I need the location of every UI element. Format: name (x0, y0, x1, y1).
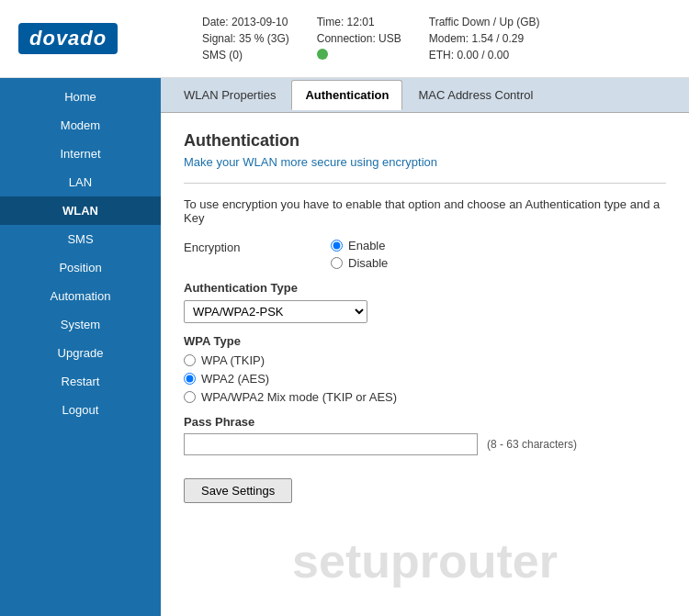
wpa-mix-text: WPA/WPA2 Mix mode (TKIP or AES) (201, 390, 397, 404)
pass-phrase-row: (8 - 63 characters) (184, 433, 666, 455)
wpa2-aes-radio[interactable] (184, 373, 196, 385)
logo: dovado (18, 23, 118, 54)
traffic-label: Traffic Down / Up (GB) (429, 16, 540, 28)
encryption-controls: Enable Disable (331, 239, 388, 270)
sidebar-item-system[interactable]: System (0, 310, 161, 339)
disable-label: Disable (348, 256, 388, 270)
sidebar-item-home[interactable]: Home (0, 83, 161, 111)
sidebar-item-lan[interactable]: LAN (0, 168, 161, 196)
wpa2-aes-text: WPA2 (AES) (201, 372, 269, 386)
wpa2-aes-label[interactable]: WPA2 (AES) (184, 372, 666, 386)
encryption-label: Encryption (184, 239, 331, 254)
pass-phrase-input[interactable] (184, 433, 478, 455)
sidebar-item-restart[interactable]: Restart (0, 367, 161, 396)
disable-radio[interactable] (331, 257, 343, 269)
sidebar-item-position[interactable]: Position (0, 253, 161, 282)
sidebar-item-upgrade[interactable]: Upgrade (0, 339, 161, 367)
wpa-tkip-label[interactable]: WPA (TKIP) (184, 353, 666, 367)
tabs: WLAN Properties Authentication MAC Addre… (161, 78, 689, 113)
info-text: To use encryption you have to enable tha… (184, 197, 666, 225)
page-title: Authentication (184, 131, 666, 151)
auth-type-section: Authentication Type WPA/WPA2-PSK WPA-PSK… (184, 281, 666, 323)
enable-radio-label[interactable]: Enable (331, 239, 388, 252)
wpa-mix-radio[interactable] (184, 391, 196, 403)
enable-label: Enable (348, 239, 385, 252)
wpa-mix-label[interactable]: WPA/WPA2 Mix mode (TKIP or AES) (184, 390, 666, 404)
sidebar-item-wlan[interactable]: WLAN (0, 196, 161, 225)
sidebar-item-automation[interactable]: Automation (0, 282, 161, 310)
info-col-2: Time: 12:01 Connection: USB (317, 16, 401, 62)
tab-mac-address-control[interactable]: MAC Address Control (404, 80, 547, 110)
enable-radio[interactable] (331, 240, 343, 252)
logo-area: dovado (18, 23, 165, 54)
eth-label: ETH: 0.00 / 0.00 (429, 49, 540, 62)
info-col-3: Traffic Down / Up (GB) Modem: 1.54 / 0.2… (429, 16, 540, 62)
main-layout: Home Modem Internet LAN WLAN SMS Positio… (0, 78, 689, 616)
connection-status-dot (317, 49, 328, 60)
content: WLAN Properties Authentication MAC Addre… (161, 78, 689, 616)
header-info: Date: 2013-09-10 Signal: 35 % (3G) SMS (… (202, 16, 539, 62)
sidebar-item-internet[interactable]: Internet (0, 140, 161, 168)
modem-label: Modem: 1.54 / 0.29 (429, 32, 540, 45)
pass-phrase-section: Pass Phrase (8 - 63 characters) (184, 415, 666, 455)
auth-type-label: Authentication Type (184, 281, 666, 295)
tab-authentication[interactable]: Authentication (291, 80, 402, 110)
chars-hint: (8 - 63 characters) (487, 438, 577, 451)
connection-label: Connection: USB (317, 32, 401, 45)
pass-phrase-label: Pass Phrase (184, 415, 666, 429)
save-settings-button[interactable]: Save Settings (184, 478, 292, 503)
page-content: Authentication Make your WLAN more secur… (161, 113, 689, 616)
sidebar-item-sms[interactable]: SMS (0, 225, 161, 253)
date-label: Date: 2013-09-10 (202, 16, 289, 28)
wpa-type-label: WPA Type (184, 334, 666, 348)
disable-radio-label[interactable]: Disable (331, 256, 388, 270)
wpa-type-section: WPA Type WPA (TKIP) WPA2 (AES) WPA/WPA2 … (184, 334, 666, 404)
divider (184, 183, 666, 184)
signal-label: Signal: 35 % (3G) (202, 32, 289, 45)
time-label: Time: 12:01 (317, 16, 401, 28)
sidebar-item-modem[interactable]: Modem (0, 111, 161, 140)
header: dovado Date: 2013-09-10 Signal: 35 % (3G… (0, 0, 689, 78)
wpa-tkip-radio[interactable] (184, 354, 196, 366)
auth-type-select[interactable]: WPA/WPA2-PSK WPA-PSK WPA2-PSK WEP (184, 300, 367, 323)
sidebar: Home Modem Internet LAN WLAN SMS Positio… (0, 78, 161, 616)
sms-label: SMS (0) (202, 49, 289, 62)
watermark: setuprouter (292, 533, 558, 588)
info-col-1: Date: 2013-09-10 Signal: 35 % (3G) SMS (… (202, 16, 289, 62)
encryption-row: Encryption Enable Disable (184, 239, 666, 270)
page-subtitle: Make your WLAN more secure using encrypt… (184, 155, 666, 169)
tab-wlan-properties[interactable]: WLAN Properties (170, 80, 289, 110)
wpa-tkip-text: WPA (TKIP) (201, 353, 265, 367)
sidebar-item-logout[interactable]: Logout (0, 396, 161, 424)
